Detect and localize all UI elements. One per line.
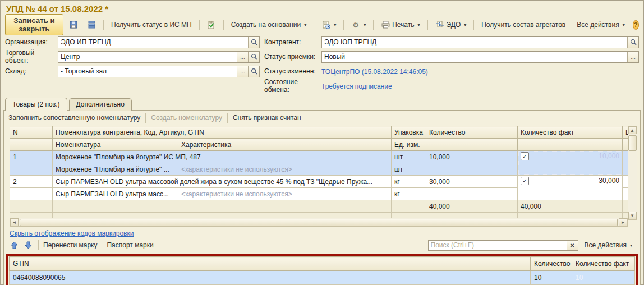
- vertical-scrollbar[interactable]: ▲ ▼: [628, 126, 637, 220]
- toolbar-separator: [223, 20, 224, 30]
- search-clear-button[interactable]: ✕: [567, 240, 578, 251]
- counterparty-field[interactable]: ЭДО ЮП ТРЕНД: [321, 36, 639, 48]
- get-aggregates-button[interactable]: Получить состав агрегатов: [478, 19, 569, 30]
- chevron-down-icon: ▾: [304, 22, 306, 27]
- clipboard-check-icon: [207, 20, 216, 29]
- header-fields-left: Организация: ЭДО ИП ТРЕНД Торговый объек…: [5, 36, 264, 95]
- scroll-down-icon[interactable]: ▼: [628, 212, 637, 219]
- create-nomenclature-button[interactable]: Создать номенклатуру: [151, 114, 222, 122]
- toolbar-separator: [314, 20, 314, 30]
- move-up-button[interactable]: [8, 240, 20, 250]
- col-header-codes-quantity: Количество: [531, 257, 572, 271]
- scanned-checkbox[interactable]: ✓: [521, 177, 529, 185]
- acceptance-status-select-button[interactable]: ...: [627, 52, 638, 62]
- mark-passport-button[interactable]: Паспорт марки: [107, 241, 153, 249]
- col-header-codes-quantity-fact: Количество факт: [572, 257, 635, 271]
- totals-row-pad: [10, 213, 628, 218]
- col-header-contractor-nomenclature: Номенклатура контрагента, Код, Артикул, …: [53, 126, 392, 139]
- toolbar-separator: [38, 240, 39, 250]
- tab-additional[interactable]: Дополнительно: [69, 98, 132, 111]
- cell-nomenclature[interactable]: Сыр ПАРМЕЗАН OLD ультра масс...: [53, 188, 178, 200]
- counterparty-lookup-button[interactable]: [627, 37, 638, 48]
- goods-table: N Номенклатура контрагента, Код, Артикул…: [10, 126, 628, 218]
- table-row[interactable]: 1 Мороженое "Пломбир на йогурте" ИС МП, …: [10, 151, 628, 163]
- col-header-nomenclature: Номенклатура: [53, 139, 178, 151]
- organization-field[interactable]: ЭДО ИП ТРЕНД: [58, 36, 260, 48]
- cell-unit[interactable]: шт: [392, 163, 426, 176]
- edo-button[interactable]: ЭДО ▾: [432, 19, 470, 31]
- status-changed-value[interactable]: ТОЦентрПО (15.08.2022 14:46:05): [321, 67, 428, 76]
- organization-label: Организация:: [5, 38, 58, 46]
- scroll-right-icon[interactable]: ►: [619, 218, 627, 226]
- cell-quantity[interactable]: 30,000: [426, 176, 518, 188]
- search-box: ✕: [428, 240, 578, 251]
- cell-nomenclature[interactable]: Мороженое "Пломбир на йогурте" ...: [53, 163, 178, 176]
- cell-codes-quantity-fact-selected[interactable]: 10: [572, 271, 635, 285]
- cell-codes-quantity[interactable]: 10: [531, 271, 572, 285]
- chevron-down-icon: ▾: [623, 22, 625, 27]
- total-quantity: 40,000: [426, 200, 518, 213]
- chevron-down-icon: ▾: [364, 22, 366, 27]
- command-separator: [227, 113, 228, 123]
- marking-all-actions-button[interactable]: Все действия ▾: [581, 240, 636, 251]
- cell-contractor-nomenclature[interactable]: Сыр ПАРМЕЗАН OLD ультра массовой долей ж…: [53, 176, 392, 188]
- scan-check-button[interactable]: [204, 19, 219, 31]
- scanned-checkbox[interactable]: ✓: [521, 152, 529, 160]
- create-based-on-button[interactable]: Создать на основании ▾: [228, 19, 310, 30]
- horizontal-scrollbar-thumb[interactable]: [20, 219, 618, 226]
- vertical-scrollbar-thumb[interactable]: [628, 135, 637, 151]
- document-time-icon: [321, 20, 330, 29]
- cell-characteristic[interactable]: <характеристики не используются>: [178, 163, 392, 176]
- col-header-unit: Ед. изм.: [392, 139, 426, 151]
- cell-packaging[interactable]: кг: [392, 176, 426, 188]
- hide-marking-codes-link[interactable]: Скрыть отображение кодов маркировки: [10, 229, 134, 237]
- cell-unit[interactable]: кг: [392, 188, 426, 200]
- horizontal-scrollbar[interactable]: ◄ ►: [10, 218, 628, 227]
- cell-packaging[interactable]: шт: [392, 151, 426, 163]
- help-icon[interactable]: ?: [633, 20, 639, 30]
- cell-quantity-fact-selected[interactable]: ✓ 10,000: [518, 151, 623, 176]
- gear-icon: ⚙: [351, 20, 360, 29]
- warehouse-select-button[interactable]: ...: [237, 66, 248, 77]
- save-button[interactable]: [66, 19, 81, 31]
- warehouse-label: Склад:: [5, 67, 58, 75]
- col-header-characteristic: Характеристика: [178, 139, 392, 151]
- header-fields-right: Контрагент: ЭДО ЮП ТРЕНД Статус приемки:…: [264, 36, 639, 95]
- warehouse-field[interactable]: - Торговый зал ...: [58, 66, 260, 77]
- get-status-button[interactable]: Получить статус в ИС МП: [108, 19, 195, 30]
- organization-lookup-button[interactable]: [248, 37, 259, 48]
- move-mark-button[interactable]: Перенести марку: [43, 241, 97, 249]
- document-register-button[interactable]: [84, 19, 99, 31]
- arrow-up-icon: [11, 241, 18, 249]
- exchange-state-value[interactable]: Требуется подписание: [321, 81, 392, 90]
- scroll-left-icon[interactable]: ◄: [10, 218, 19, 226]
- cell-characteristic[interactable]: <характеристики не используются>: [178, 188, 392, 200]
- save-and-close-button[interactable]: Записать и закрыть: [5, 14, 63, 35]
- move-down-button[interactable]: [22, 240, 34, 250]
- chevron-down-icon: ▾: [464, 22, 466, 27]
- settings-button[interactable]: ⚙ ▾: [348, 19, 369, 31]
- fill-matched-nomenclature-button[interactable]: Заполнить сопоставленную номенклатуру: [8, 114, 140, 122]
- all-actions-button[interactable]: Все действия ▾: [573, 19, 628, 30]
- trade-object-lookup-button[interactable]: [248, 52, 259, 62]
- magnifier-icon: [251, 39, 257, 45]
- table-row[interactable]: 2 Сыр ПАРМЕЗАН OLD ультра массовой долей…: [10, 176, 628, 188]
- counterparty-label: Контрагент:: [264, 38, 321, 46]
- trade-object-field[interactable]: Центр ...: [58, 51, 260, 63]
- marking-codes-table: GTIN Количество Количество факт 04640088…: [9, 256, 635, 285]
- tab-bar: Товары (2 поз.) Дополнительно: [1, 97, 643, 110]
- tab-goods[interactable]: Товары (2 поз.): [5, 98, 67, 111]
- cell-quantity[interactable]: 10,000: [426, 151, 518, 163]
- document-time-button[interactable]: ▾: [318, 19, 339, 31]
- print-button[interactable]: Печать ▾: [378, 19, 423, 31]
- scroll-up-icon[interactable]: ▲: [628, 126, 637, 134]
- acceptance-status-field[interactable]: Новый ...: [321, 51, 639, 63]
- trade-object-select-button[interactable]: ...: [237, 52, 248, 62]
- cell-gtin[interactable]: 04640088090065: [10, 271, 531, 285]
- search-input[interactable]: [428, 240, 567, 251]
- unset-scanned-flag-button[interactable]: Снять признак считан: [233, 114, 301, 122]
- table-row[interactable]: 04640088090065 10 10: [10, 271, 635, 285]
- warehouse-lookup-button[interactable]: [248, 66, 259, 77]
- cell-contractor-nomenclature[interactable]: Мороженое "Пломбир на йогурте" ИС МП, 48…: [53, 151, 392, 163]
- cell-quantity-fact[interactable]: ✓ 30,000: [518, 176, 623, 200]
